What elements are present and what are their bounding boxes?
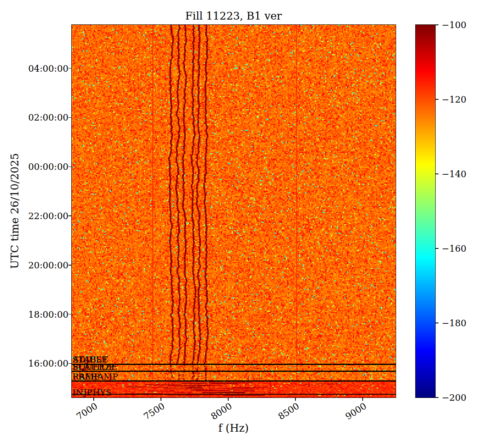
y-tick-mark <box>68 215 72 216</box>
beam-mode-line <box>72 371 396 372</box>
colorbar-tick-label: −200 <box>442 393 466 403</box>
y-tick-mark <box>68 117 72 118</box>
colorbar-tick-mark <box>436 173 438 174</box>
y-tick-label: 22:00:00 <box>11 211 68 221</box>
x-axis-label: f (Hz) <box>218 422 249 434</box>
colorbar-tick-label: −140 <box>442 169 466 179</box>
beam-mode-line <box>72 364 396 365</box>
y-tick-mark <box>68 68 72 69</box>
colorbar-tick-label: −180 <box>442 318 466 328</box>
beam-mode-label-injphys: INJPHYS <box>73 388 112 397</box>
colorbar-tick-mark <box>436 99 438 100</box>
beam-mode-line <box>72 380 396 382</box>
colorbar-tick-label: −160 <box>442 244 466 254</box>
y-tick-label: 16:00:00 <box>11 358 68 369</box>
y-tick-label: 02:00:00 <box>11 112 68 123</box>
spectrogram-figure: Fill 11223, B1 ver UTC time 26/10/2025 A… <box>0 0 489 448</box>
colorbar-tick-mark <box>436 24 438 25</box>
beam-mode-label-ramp: RAMP <box>73 372 100 381</box>
colorbar-tick-label: −120 <box>442 94 466 105</box>
x-tick-label: 7000 <box>75 401 99 422</box>
y-tick-label: 04:00:00 <box>11 63 68 73</box>
beam-mode-line <box>72 394 396 395</box>
colorbar-gradient <box>415 24 436 398</box>
colorbar-tick-mark <box>436 248 438 249</box>
beam-mode-label-flattop: FLATTOP <box>73 362 114 371</box>
x-tick-label: 8500 <box>276 401 301 422</box>
y-tick-label: 00:00:00 <box>11 162 68 172</box>
y-tick-mark <box>68 314 72 315</box>
y-tick-label: 18:00:00 <box>11 309 68 319</box>
colorbar-tick-label: −100 <box>442 20 466 30</box>
y-tick-mark <box>68 363 72 364</box>
y-tick-mark <box>68 265 72 266</box>
x-tick-label: 8000 <box>209 401 234 422</box>
plot-frame <box>71 24 396 398</box>
x-tick-label: 9000 <box>344 401 368 422</box>
y-tick-label: 20:00:00 <box>11 260 68 270</box>
colorbar-tick-mark <box>436 323 438 323</box>
x-tick-label: 7500 <box>142 401 167 422</box>
colorbar-tick-mark <box>436 397 438 398</box>
chart-title: Fill 11223, B1 ver <box>185 10 282 22</box>
y-tick-mark <box>68 167 72 167</box>
